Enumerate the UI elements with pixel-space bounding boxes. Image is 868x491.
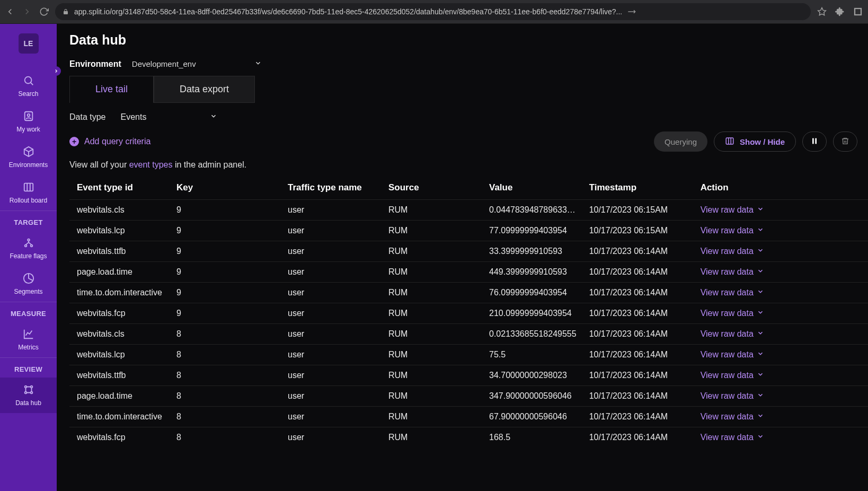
share-icon[interactable] [627, 7, 636, 16]
cell-action: View raw data [694, 221, 868, 241]
sidebar-section-target: TARGET [0, 211, 57, 231]
sidebar-item-metrics[interactable]: Metrics [0, 322, 57, 357]
clear-button[interactable] [833, 131, 857, 152]
sidebar-item-search[interactable]: Search [0, 68, 57, 104]
tabs: Live tail Data export [69, 76, 868, 103]
chevron-down-icon [757, 267, 764, 277]
chevron-down-icon [210, 112, 217, 122]
sidebar-item-label: Segments [14, 288, 42, 295]
view-raw-data-button[interactable]: View raw data [701, 309, 862, 318]
add-query-criteria-button[interactable]: + Add query criteria [69, 137, 150, 146]
cell-timestamp: 10/17/2023 06:14AM [583, 407, 694, 427]
cell-traffic: user [281, 407, 382, 427]
workspace-avatar[interactable]: LE [19, 33, 39, 54]
datatype-value: Events [120, 112, 146, 122]
plus-icon: + [69, 137, 79, 146]
svg-point-13 [24, 386, 26, 388]
cell-timestamp: 10/17/2023 06:14AM [583, 365, 694, 386]
view-raw-data-button[interactable]: View raw data [701, 350, 862, 360]
svg-point-2 [24, 77, 31, 84]
event-types-link[interactable]: event types [129, 160, 173, 169]
environment-label: Environment [69, 59, 121, 69]
star-icon[interactable] [817, 7, 827, 16]
cell-source: RUM [382, 200, 483, 221]
view-raw-data-button[interactable]: View raw data [701, 412, 862, 422]
events-table: Event type id Key Traffic type name Sour… [69, 177, 868, 448]
back-icon[interactable] [5, 7, 15, 16]
person-icon [23, 110, 34, 124]
chevron-down-icon [757, 329, 764, 339]
cell-value: 75.5 [483, 345, 583, 365]
cell-key: 9 [170, 221, 281, 241]
table-row: page.load.time9userRUM449.39999999105931… [69, 262, 868, 283]
cell-timestamp: 10/17/2023 06:14AM [583, 386, 694, 407]
table-row: time.to.dom.interactive8userRUM67.900000… [69, 407, 868, 427]
cell-value: 34.70000000298023 [483, 365, 583, 386]
view-raw-data-button[interactable]: View raw data [701, 371, 862, 380]
sidebar-item-rolloutboard[interactable]: Rollout board [0, 175, 57, 211]
cell-source: RUM [382, 386, 483, 407]
view-raw-data-button[interactable]: View raw data [701, 391, 862, 401]
cell-key: 8 [170, 365, 281, 386]
chevron-down-icon [757, 205, 764, 215]
cell-event: webvitals.cls [69, 324, 170, 345]
extensions-icon[interactable] [835, 7, 845, 16]
environment-select[interactable]: Development_env [132, 56, 262, 72]
tab-live-tail[interactable]: Live tail [69, 76, 154, 103]
cell-action: View raw data [694, 365, 868, 386]
svg-rect-20 [812, 138, 814, 144]
cell-key: 9 [170, 303, 281, 324]
cell-timestamp: 10/17/2023 06:14AM [583, 262, 694, 283]
reload-icon[interactable] [39, 7, 49, 16]
datatype-label: Data type [69, 112, 105, 122]
sidebar-item-environments[interactable]: Environments [0, 139, 57, 175]
svg-point-10 [30, 245, 32, 247]
forward-icon[interactable] [22, 7, 32, 16]
cell-traffic: user [281, 221, 382, 241]
show-hide-button[interactable]: Show / Hide [714, 131, 796, 152]
view-raw-data-button[interactable]: View raw data [701, 288, 862, 297]
col-event-type-id: Event type id [69, 177, 170, 200]
trash-icon [841, 137, 849, 147]
chart-line-icon [23, 328, 34, 341]
datatype-select[interactable]: Events [120, 112, 217, 122]
view-raw-data-button[interactable]: View raw data [701, 247, 862, 256]
svg-point-14 [30, 386, 32, 388]
chevron-down-icon [757, 350, 764, 360]
view-raw-data-button[interactable]: View raw data [701, 433, 862, 442]
cell-key: 8 [170, 324, 281, 345]
cell-source: RUM [382, 324, 483, 345]
view-raw-data-button[interactable]: View raw data [701, 329, 862, 339]
tab-data-export[interactable]: Data export [154, 76, 255, 103]
lock-icon [63, 8, 69, 15]
cell-event: page.load.time [69, 262, 170, 283]
view-raw-data-button[interactable]: View raw data [701, 267, 862, 277]
table-row: time.to.dom.interactive9userRUM76.099999… [69, 283, 868, 303]
view-raw-data-button[interactable]: View raw data [701, 205, 862, 215]
cell-action: View raw data [694, 427, 868, 448]
cell-key: 8 [170, 407, 281, 427]
sidebar-item-datahub[interactable]: Data hub [0, 378, 57, 413]
cell-timestamp: 10/17/2023 06:15AM [583, 221, 694, 241]
table-row: webvitals.fcp8userRUM168.510/17/2023 06:… [69, 427, 868, 448]
view-raw-data-button[interactable]: View raw data [701, 226, 862, 235]
cell-traffic: user [281, 345, 382, 365]
svg-rect-6 [24, 183, 33, 191]
sidebar-item-label: Metrics [18, 344, 39, 351]
sidebar-item-segments[interactable]: Segments [0, 266, 57, 302]
cell-traffic: user [281, 386, 382, 407]
sidebar-item-featureflags[interactable]: Feature flags [0, 231, 57, 266]
flag-branch-icon [23, 237, 34, 250]
columns-icon [725, 136, 734, 147]
svg-rect-17 [726, 138, 733, 144]
sidebar-expand-button[interactable] [51, 66, 61, 76]
url-bar[interactable]: app.split.io/org/31487d50-58c4-11ea-8dff… [55, 3, 811, 20]
cell-traffic: user [281, 241, 382, 262]
window-icon[interactable] [853, 7, 863, 16]
cell-action: View raw data [694, 283, 868, 303]
table-header-row: Event type id Key Traffic type name Sour… [69, 177, 868, 200]
cell-action: View raw data [694, 262, 868, 283]
pause-button[interactable] [802, 131, 827, 152]
sidebar-item-mywork[interactable]: My work [0, 104, 57, 139]
sidebar-item-label: My work [16, 126, 40, 133]
